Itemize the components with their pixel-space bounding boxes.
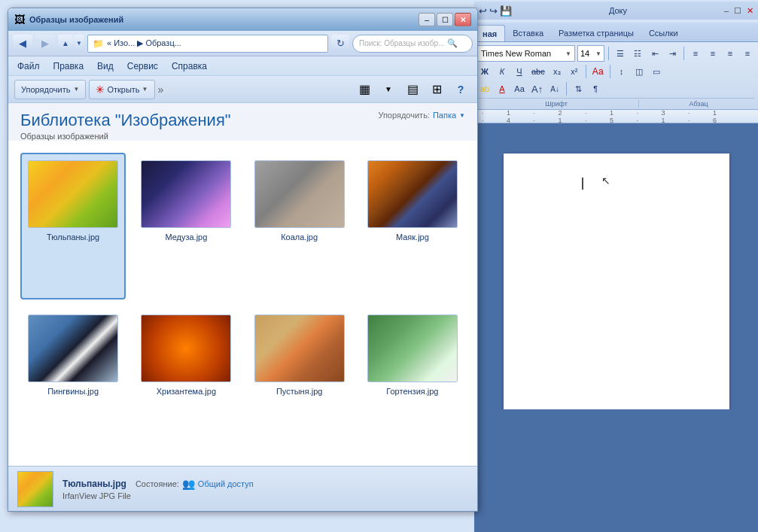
tab-insert[interactable]: Вставка: [505, 25, 551, 41]
organize-button[interactable]: Упорядочить ▼: [14, 80, 86, 99]
word-maximize-btn[interactable]: ☐: [734, 6, 741, 16]
sort-arrow[interactable]: ▼: [459, 112, 465, 119]
superscript-btn[interactable]: х²: [567, 64, 582, 79]
menu-bar: Файл Правка Вид Сервис Справка: [8, 56, 477, 76]
menu-tools[interactable]: Сервис: [124, 59, 161, 73]
italic-btn[interactable]: К: [495, 64, 510, 79]
font-name-arrow: ▼: [565, 50, 571, 57]
indent-increase-btn[interactable]: ⇥: [665, 46, 680, 61]
tab-references[interactable]: Ссылки: [641, 25, 686, 41]
file-item-chrysanthemum[interactable]: Хризантема.jpg: [133, 307, 239, 454]
forward-button[interactable]: ▶: [35, 35, 55, 53]
line-spacing-btn[interactable]: ↕: [614, 64, 629, 79]
menu-view[interactable]: Вид: [94, 59, 117, 73]
address-path-bar[interactable]: 📁 « Изо... ▶ Образц...: [87, 35, 328, 53]
menu-help[interactable]: Справка: [169, 59, 210, 73]
file-item-desert[interactable]: Пустыня.jpg: [247, 307, 352, 454]
font-color-btn[interactable]: А: [495, 81, 510, 96]
file-item-lighthouse[interactable]: Маяк.jpg: [360, 153, 465, 299]
sort-value[interactable]: Папка: [433, 111, 456, 120]
word-page[interactable]: ↖: [504, 154, 729, 409]
up-button[interactable]: ▲: [58, 35, 73, 53]
status-state-label: Состояние:: [135, 479, 179, 488]
file-item-jellyfish[interactable]: Медуза.jpg: [133, 153, 239, 299]
maximize-button[interactable]: ☐: [437, 13, 453, 26]
minimize-button[interactable]: –: [419, 13, 435, 26]
refresh-button[interactable]: ↻: [331, 35, 349, 53]
view-preview-btn[interactable]: ⊞: [426, 80, 447, 99]
search-icon: 🔍: [447, 38, 458, 48]
label-desert: Пустыня.jpg: [276, 387, 323, 396]
subscript-btn[interactable]: х₂: [549, 64, 565, 79]
undo-icon[interactable]: ↩: [479, 5, 487, 17]
ruler-marks: · 1 · 2 · 1 · 3 · 1 · 4 · 1 · 5 · 1 · 6: [482, 109, 750, 124]
title-bar: 🖼 Образцы изображений – ☐ ✕: [8, 8, 477, 31]
font-shrink-btn[interactable]: A↓: [547, 81, 562, 96]
list-bullet-btn[interactable]: ☰: [613, 46, 628, 61]
border-btn[interactable]: ▭: [649, 64, 664, 79]
address-bar: ◀ ▶ ▲ ▼ 📁 « Изо... ▶ Образц... ↻ Поиск: …: [8, 31, 477, 56]
show-marks-btn[interactable]: ¶: [588, 81, 603, 96]
search-placeholder: Поиск: Образцы изобр...: [359, 39, 444, 47]
folder-icon: 📁: [93, 38, 104, 49]
word-minimize-btn[interactable]: –: [724, 6, 729, 15]
align-left-btn[interactable]: ≡: [688, 46, 703, 61]
indent-decrease-btn[interactable]: ⇤: [647, 46, 662, 61]
font-size-dropdown[interactable]: 14 ▼: [577, 45, 604, 62]
mouse-cursor: ↖: [601, 175, 610, 187]
help-btn[interactable]: ?: [450, 80, 471, 99]
bold-btn[interactable]: Ж: [477, 64, 492, 79]
underline-btn[interactable]: Ч: [512, 64, 527, 79]
clear-format-btn[interactable]: Аа: [590, 64, 606, 79]
view-large-btn[interactable]: ▦: [354, 80, 375, 99]
thumb-koala: [254, 160, 345, 228]
view-dropdown-btn[interactable]: ▼: [378, 80, 399, 99]
file-item-koala[interactable]: Коала.jpg: [247, 153, 352, 299]
recent-btn[interactable]: ▼: [74, 35, 84, 53]
shading-btn[interactable]: ◫: [632, 64, 647, 79]
tab-home[interactable]: ная: [474, 25, 505, 41]
thumb-hydrangea: [367, 315, 458, 382]
organize-arrow: ▼: [73, 86, 79, 93]
sort-btn[interactable]: ⇅: [571, 81, 586, 96]
file-item-penguins[interactable]: Пингвины.jpg: [20, 307, 126, 454]
font-grow-btn[interactable]: A↑: [529, 81, 545, 96]
list-ordered-btn[interactable]: ☷: [630, 46, 645, 61]
close-button[interactable]: ✕: [455, 13, 471, 26]
word-canvas-area[interactable]: ↖: [474, 123, 758, 409]
menu-file[interactable]: Файл: [14, 59, 43, 73]
more-btn[interactable]: »: [158, 84, 164, 96]
redo-icon[interactable]: ↪: [489, 5, 498, 17]
label-jellyfish: Медуза.jpg: [165, 233, 207, 242]
file-item-tulips[interactable]: Тюльпаны.jpg: [20, 153, 126, 299]
thumb-penguins: [28, 315, 118, 382]
window-title: Образцы изображений: [29, 15, 417, 24]
search-box[interactable]: Поиск: Образцы изобр... 🔍: [352, 35, 473, 53]
back-button[interactable]: ◀: [13, 35, 32, 53]
view-details-btn[interactable]: ▤: [402, 80, 423, 99]
save-icon[interactable]: 💾: [500, 5, 512, 17]
menu-edit[interactable]: Правка: [50, 59, 87, 73]
word-close-btn[interactable]: ✕: [747, 6, 753, 16]
text-cursor: [582, 178, 583, 190]
library-sort-controls: Упорядочить: Папка ▼: [378, 111, 465, 120]
thumb-chrysanthemum: [141, 315, 231, 382]
strikethrough-btn[interactable]: abc: [529, 64, 547, 79]
highlight-btn[interactable]: ab: [477, 81, 492, 96]
open-button[interactable]: ✳ Открыть ▼: [89, 80, 154, 99]
label-tulips: Тюльпаны.jpg: [47, 233, 99, 242]
font-color2-btn[interactable]: Аа: [512, 81, 527, 96]
img-koala: [255, 161, 344, 227]
window-icon: 🖼: [14, 14, 25, 26]
align-justify-btn[interactable]: ≡: [740, 46, 755, 61]
organize-label: Упорядочить: [21, 85, 70, 94]
label-chrysanthemum: Хризантема.jpg: [157, 387, 216, 396]
font-name-dropdown[interactable]: Times New Roman ▼: [477, 45, 575, 62]
separator-5: [566, 82, 567, 96]
word-ribbon-area: ная Вставка Разметка страницы Ссылки Tim…: [474, 23, 758, 532]
status-thumbnail: [17, 471, 53, 507]
file-item-hydrangea[interactable]: Гортензия.jpg: [360, 307, 465, 454]
align-right-btn[interactable]: ≡: [723, 46, 738, 61]
align-center-btn[interactable]: ≡: [705, 46, 720, 61]
tab-page-layout[interactable]: Разметка страницы: [551, 25, 641, 41]
